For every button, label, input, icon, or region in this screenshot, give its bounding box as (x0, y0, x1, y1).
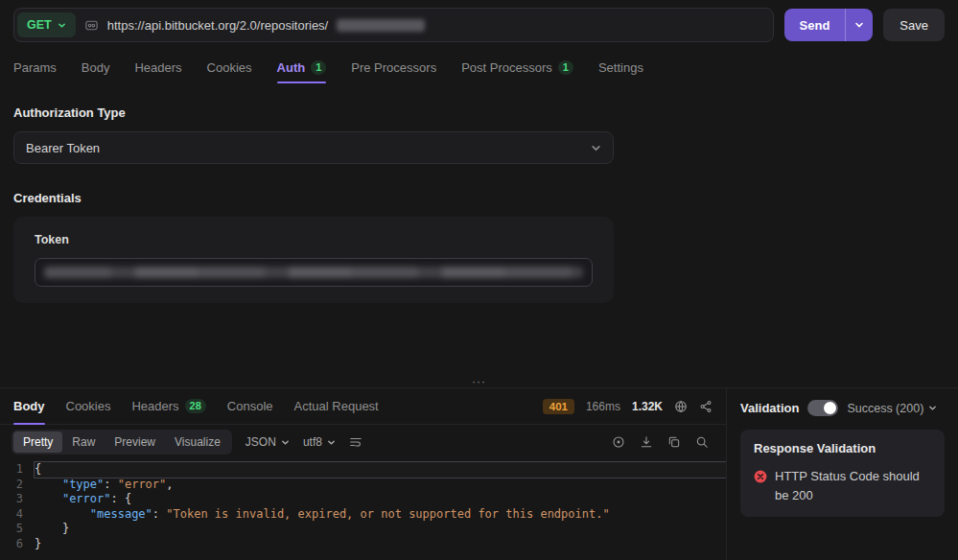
redacted-url-segment (337, 19, 425, 32)
authorization-type-value: Bearer Token (26, 141, 100, 155)
error-circle-x-icon (754, 470, 767, 505)
line-number: 4 (0, 507, 35, 523)
credentials-card: Token (13, 217, 614, 303)
line-content: "type": "error", (35, 478, 726, 493)
send-options-button[interactable] (845, 9, 873, 41)
encoding-value: utf8 (303, 435, 322, 449)
token-label: Token (35, 233, 593, 246)
credentials-label: Credentials (13, 191, 945, 205)
request-tab-body[interactable]: Body (82, 48, 110, 86)
line-number: 5 (0, 522, 35, 537)
view-mode-pretty[interactable]: Pretty (13, 432, 62, 453)
tab-label: Auth (277, 60, 306, 75)
chevron-down-icon (591, 143, 601, 153)
line-content: { (35, 462, 726, 478)
validation-header: Validation Success (200) (740, 400, 945, 416)
code-line: 6} (0, 537, 726, 552)
target-icon[interactable] (612, 435, 625, 449)
validation-profile-value: Success (200) (847, 402, 923, 415)
response-tab-console[interactable]: Console (227, 388, 273, 424)
save-button[interactable]: Save (883, 9, 945, 41)
view-mode-raw[interactable]: Raw (62, 432, 105, 453)
tab-label: Cookies (66, 399, 111, 413)
view-mode-preview[interactable]: Preview (105, 432, 165, 453)
validation-error-item: HTTP Status Code should be 200 (754, 467, 931, 505)
tab-label: Console (227, 399, 273, 413)
method-selector[interactable]: GET (17, 12, 76, 37)
code-line: 5 } (0, 522, 726, 537)
view-mode-visualize[interactable]: Visualize (165, 432, 230, 453)
response-tab-cookies[interactable]: Cookies (66, 388, 111, 424)
response-tabs: BodyCookiesHeaders28ConsoleActual Reques… (13, 388, 379, 424)
request-tab-cookies[interactable]: Cookies (207, 48, 252, 86)
chevron-down-icon (928, 404, 937, 412)
authorization-type-label: Authorization Type (13, 105, 945, 120)
format-dropdown[interactable]: JSON (245, 435, 290, 449)
tab-label: Body (13, 399, 45, 413)
chevron-down-icon (327, 438, 336, 447)
tab-label: Actual Request (294, 399, 379, 413)
validation-error-message: HTTP Status Code should be 200 (775, 467, 931, 505)
app-window: GET https://api.bitbucket.org/2.0/reposi… (0, 0, 958, 560)
view-mode-group: PrettyRawPreviewVisualize (12, 430, 232, 455)
share-icon[interactable] (699, 400, 713, 413)
tab-count-badge: 1 (311, 60, 326, 75)
validation-toggle[interactable] (807, 400, 838, 416)
response-validation-title: Response Validation (754, 441, 931, 455)
tab-label: Settings (598, 60, 643, 75)
line-number: 6 (0, 537, 35, 552)
url-value: https://api.bitbucket.org/2.0/repositori… (107, 18, 329, 33)
line-content: "error": { (35, 492, 726, 507)
request-bar: GET https://api.bitbucket.org/2.0/reposi… (0, 0, 958, 48)
authorization-type-select[interactable]: Bearer Token (13, 131, 614, 164)
response-tab-headers[interactable]: Headers28 (131, 388, 205, 424)
line-content: } (35, 537, 726, 552)
token-input[interactable] (35, 258, 593, 287)
panel-resize-handle[interactable]: ··· (0, 376, 958, 387)
response-tab-body[interactable]: Body (13, 388, 45, 424)
search-icon[interactable] (695, 435, 709, 449)
encoding-dropdown[interactable]: utf8 (303, 435, 336, 449)
response-toolbar-actions (612, 435, 714, 449)
send-button[interactable]: Send (784, 9, 874, 41)
tab-count-badge: 28 (185, 399, 206, 413)
line-number: 3 (0, 492, 35, 507)
request-tab-post-processors[interactable]: Post Processors1 (461, 48, 573, 86)
download-icon[interactable] (640, 435, 653, 449)
request-tab-pre-processors[interactable]: Pre Processors (351, 48, 436, 86)
tab-label: Params (13, 60, 57, 75)
response-body: BodyCookiesHeaders28ConsoleActual Reques… (0, 387, 958, 560)
tab-label: Cookies (207, 60, 252, 75)
response-tab-actual-request[interactable]: Actual Request (294, 388, 379, 424)
response-panel: ··· BodyCookiesHeaders28ConsoleActual Re… (0, 376, 958, 560)
redacted-token-value (44, 267, 583, 278)
code-line: 2 "type": "error", (0, 478, 726, 493)
request-tab-auth[interactable]: Auth1 (277, 48, 327, 86)
chevron-down-icon (281, 438, 290, 447)
code-line: 1{ (0, 462, 726, 478)
tab-count-badge: 1 (558, 60, 573, 75)
auth-panel: Authorization Type Bearer Token Credenti… (0, 86, 958, 376)
code-line: 4 "message": "Token is invalid, expired,… (0, 507, 726, 523)
validation-profile-dropdown[interactable]: Success (200) (847, 402, 937, 415)
response-toolbar: PrettyRawPreviewVisualize JSON utf8 (0, 425, 726, 459)
tab-label: Headers (134, 60, 181, 75)
wrap-lines-icon[interactable] (349, 435, 362, 449)
chevron-down-icon (58, 21, 66, 30)
request-tab-headers[interactable]: Headers (134, 48, 181, 86)
code-editor[interactable]: 1{2 "type": "error",3 "error": {4 "messa… (0, 459, 726, 560)
method-label: GET (27, 18, 52, 32)
tab-label: Headers (131, 399, 178, 413)
line-number: 2 (0, 478, 35, 493)
url-input[interactable]: GET https://api.bitbucket.org/2.0/reposi… (13, 8, 774, 42)
copy-icon[interactable] (667, 435, 681, 449)
response-validation-card: Response Validation HTTP Status Code sho… (740, 430, 945, 517)
request-tab-settings[interactable]: Settings (598, 48, 643, 86)
tab-label: Body (82, 60, 110, 75)
validation-label: Validation (740, 401, 799, 415)
request-tab-params[interactable]: Params (13, 48, 57, 86)
response-main: BodyCookiesHeaders28ConsoleActual Reques… (0, 388, 726, 560)
globe-icon[interactable] (674, 400, 688, 413)
validation-panel: Validation Success (200) Response Valida… (726, 388, 958, 560)
send-label: Send (784, 9, 846, 41)
